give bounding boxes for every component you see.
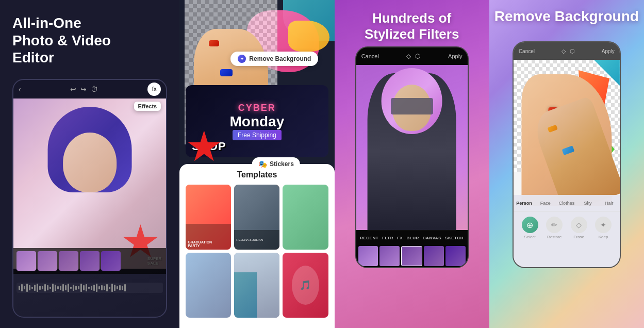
timeline-thumb-3 <box>59 251 78 271</box>
yellow-blob <box>288 21 329 52</box>
panel-2: ✦ Remove Background CYBER Monday Free Sh… <box>179 0 334 328</box>
phone-mockup-1: ‹ ↩ ↪ ⏱ fx Effects SUPERSALE <box>12 79 167 318</box>
back-icon: ‹ <box>19 85 21 93</box>
template-bg-3 <box>283 185 328 250</box>
phone-3-inner: Cancel ◇ ⬡ Apply R <box>356 47 468 267</box>
template-bg-6: 🎵 <box>283 253 328 318</box>
template-card-6[interactable]: 🎵 <box>283 253 328 318</box>
ring-second-1 <box>547 124 557 133</box>
tool-item-select[interactable]: ⊕ Select <box>522 217 538 239</box>
hand-4-area <box>514 60 620 206</box>
timeline-thumb-2 <box>38 251 57 271</box>
cyber-text: CYBER <box>238 103 276 113</box>
restore-icon: ✏ <box>551 221 557 229</box>
undo-icon[interactable]: ↩ <box>70 85 76 93</box>
apply-label-3[interactable]: Apply <box>448 53 463 59</box>
keep-icon: ✦ <box>600 221 606 229</box>
category-tabs: Person Face Clothes Sky Hair <box>514 195 620 211</box>
diamond-icon[interactable]: ◇ <box>406 53 411 60</box>
effects-label[interactable]: Effects <box>134 102 161 111</box>
stickers-badge[interactable]: 🎭 Stickers <box>252 157 300 171</box>
erase-label: Erase <box>573 235 584 239</box>
template-card-1[interactable]: GRADUATIONPARTY <box>186 185 231 250</box>
filter-thumbs <box>356 245 468 267</box>
phone-mockup-4: Cancel ◇ ⬡ Apply <box>513 41 621 268</box>
filter-canvas[interactable]: CANVAS <box>423 236 441 240</box>
share-icon[interactable]: ⬡ <box>415 53 420 60</box>
phone-mockup-3: Cancel ◇ ⬡ Apply R <box>355 46 469 268</box>
panel-4-title: Remove Background <box>489 8 644 25</box>
cat-tab-clothes[interactable]: Clothes <box>556 199 577 208</box>
filter-fltr[interactable]: FLTR <box>382 236 393 240</box>
woman-photo: SUPERSALE <box>13 99 166 269</box>
tool-item-restore[interactable]: ✏ Restore <box>546 217 563 239</box>
filter-tabs: RECENT FLTR FX BLUR CANVAS SKETCH <box>356 231 468 245</box>
panel-4: Remove Background Cancel ◇ ⬡ Apply <box>489 0 644 328</box>
template-card-3[interactable] <box>283 185 328 250</box>
phone-3-icons: ◇ ⬡ <box>406 53 420 60</box>
redo-icon[interactable]: ↪ <box>80 85 87 93</box>
remove-bg-icon: ✦ <box>238 55 246 63</box>
filter-thumb-2[interactable] <box>379 246 400 266</box>
filter-thumb-1[interactable] <box>358 246 378 266</box>
fx-badge[interactable]: fx <box>147 83 161 96</box>
cat-tab-person[interactable]: Person <box>514 199 535 208</box>
tool-item-keep[interactable]: ✦ Keep <box>595 217 612 239</box>
shipping-text: Free Shipping <box>233 130 282 140</box>
bottom-controls-4: Person Face Clothes Sky Hair ⊕ Select <box>514 195 620 267</box>
tool-icons-row: ⊕ Select ✏ Restore ◇ <box>514 211 620 244</box>
templates-section: Templates GRADUATIONPARTY HELENA & JULIA… <box>179 164 334 328</box>
woman-face <box>63 133 117 192</box>
timeline-thumb-5 <box>101 251 121 271</box>
phone-4-icons: ◇ ⬡ <box>562 48 575 55</box>
woman-3-glasses <box>391 98 433 114</box>
filter-sketch[interactable]: SKETCH <box>445 236 464 240</box>
cat-tab-face[interactable]: Face <box>535 199 556 208</box>
keep-label: Keep <box>599 235 608 239</box>
template-icon-6: 🎵 <box>292 266 319 305</box>
restore-icon-circle: ✏ <box>546 217 563 233</box>
apply-label-4[interactable]: Apply <box>602 48 615 54</box>
restore-label: Restore <box>547 235 562 239</box>
panel-3-title: Hundreds of Stylized Filters <box>335 10 489 42</box>
select-icon: ⊕ <box>526 220 533 230</box>
monday-text: Monday <box>229 113 284 130</box>
cancel-label-3[interactable]: Cancel <box>361 53 379 59</box>
erase-icon-circle: ◇ <box>571 217 587 233</box>
templates-grid: GRADUATIONPARTY HELENA & JULIAN <box>186 185 328 318</box>
cancel-label-4[interactable]: Cancel <box>519 48 535 54</box>
keep-icon-circle: ✦ <box>595 217 612 233</box>
cat-tab-sky[interactable]: Sky <box>577 199 598 208</box>
filter-fx[interactable]: FX <box>397 236 403 240</box>
tool-item-erase[interactable]: ◇ Erase <box>571 217 587 239</box>
template-card-4[interactable] <box>186 253 231 318</box>
panel-1-title: All-in-One Photo & Video Editor <box>12 14 167 67</box>
panel-3: Hundreds of Stylized Filters Cancel ◇ ⬡ … <box>335 0 489 328</box>
remove-bg-badge[interactable]: ✦ Remove Background <box>230 52 318 66</box>
audio-bar <box>16 283 163 293</box>
woman-3-area <box>356 65 468 230</box>
timer-icon: ⏱ <box>91 85 98 93</box>
filter-thumb-3-active[interactable] <box>401 246 422 266</box>
diamond-icon-4[interactable]: ◇ <box>562 48 566 55</box>
timeline-thumb-1 <box>16 251 36 271</box>
portrait-face <box>234 272 257 318</box>
cat-tab-hair[interactable]: Hair <box>599 199 620 208</box>
filter-thumb-5[interactable] <box>445 246 466 266</box>
template-bg-4 <box>186 253 231 318</box>
main-container: All-in-One Photo & Video Editor ‹ ↩ ↪ ⏱ … <box>0 0 644 328</box>
filter-recent[interactable]: RECENT <box>360 236 378 240</box>
template-card-5[interactable] <box>234 253 279 318</box>
filter-thumb-4[interactable] <box>424 246 444 266</box>
template-label-1: GRADUATIONPARTY <box>188 240 212 248</box>
ring-second-2 <box>562 146 574 156</box>
audio-wave <box>16 283 163 293</box>
phone-3-top-bar: Cancel ◇ ⬡ Apply <box>356 47 468 65</box>
phone-4-inner: Cancel ◇ ⬡ Apply <box>514 42 620 267</box>
share-icon-4[interactable]: ⬡ <box>570 48 575 55</box>
select-label: Select <box>524 235 536 239</box>
template-card-2[interactable]: HELENA & JULIAN <box>234 185 279 250</box>
phone-4-top-bar: Cancel ◇ ⬡ Apply <box>514 42 620 60</box>
filter-blur[interactable]: BLUR <box>406 236 419 240</box>
panel-1: All-in-One Photo & Video Editor ‹ ↩ ↪ ⏱ … <box>0 0 179 328</box>
